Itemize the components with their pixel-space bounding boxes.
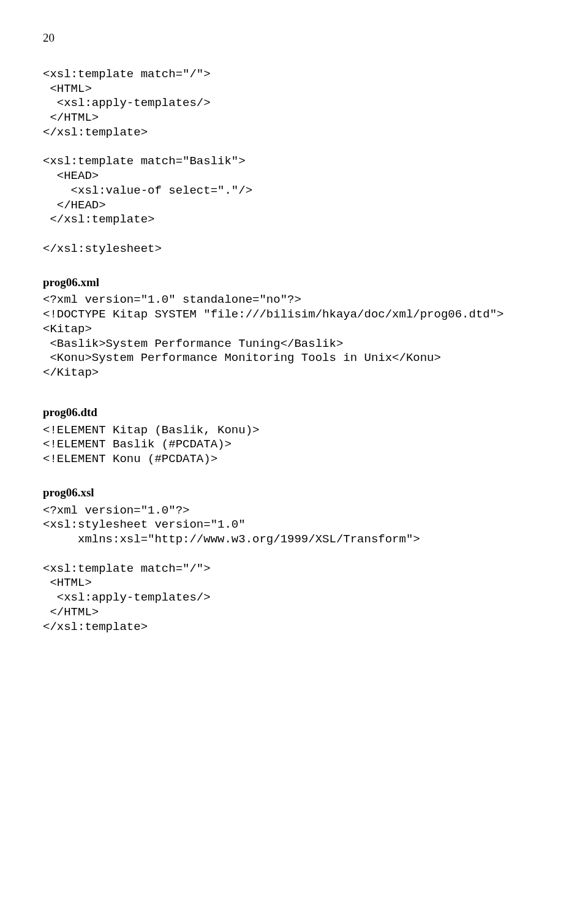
heading-prog06-dtd: prog06.dtd bbox=[43, 405, 545, 420]
heading-prog06-xml: prog06.xml bbox=[43, 275, 545, 290]
heading-prog06-xsl: prog06.xsl bbox=[43, 485, 545, 500]
page-number: 20 bbox=[43, 31, 545, 45]
code-block-prog06-xsl: <?xml version="1.0"?> <xsl:stylesheet ve… bbox=[43, 504, 545, 635]
code-block-xsl-template-1: <xsl:template match="/"> <HTML> <xsl:app… bbox=[43, 67, 545, 257]
code-block-prog06-xml: <?xml version="1.0" standalone="no"?> <!… bbox=[43, 293, 545, 381]
code-block-prog06-dtd: <!ELEMENT Kitap (Baslik, Konu)> <!ELEMEN… bbox=[43, 423, 545, 467]
